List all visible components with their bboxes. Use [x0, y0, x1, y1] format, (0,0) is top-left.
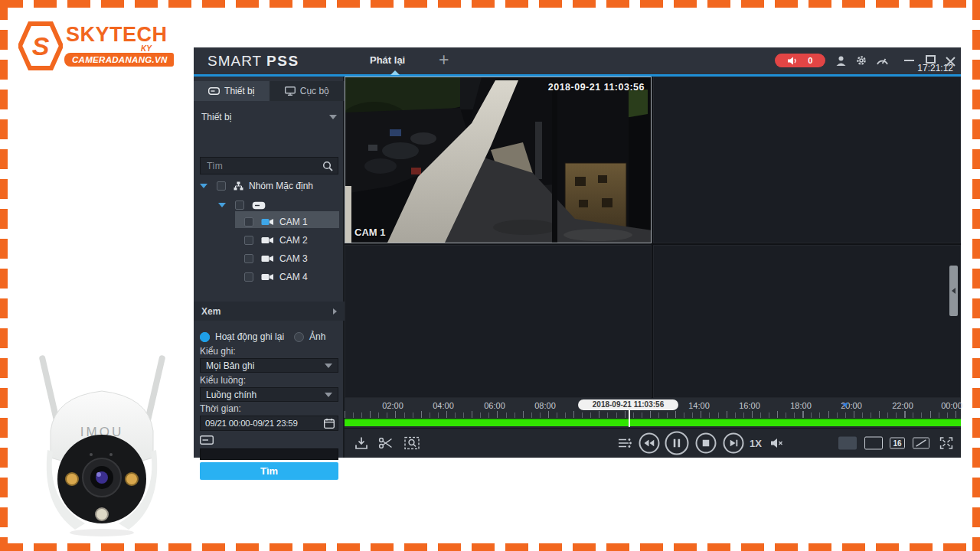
- tree-node-nvr[interactable]: [194, 197, 345, 214]
- video-cell-4[interactable]: [653, 245, 961, 398]
- grid-9-split-button[interactable]: [864, 437, 883, 450]
- logo-site: CAMERADANANG.VN: [64, 53, 174, 67]
- video-cell-cam1[interactable]: 2018-09-21 11:03:56 CAM 1: [345, 77, 652, 243]
- system-clock: 17:21:12: [917, 63, 953, 73]
- next-frame-button[interactable]: [724, 433, 744, 454]
- fullscreen-button[interactable]: [940, 437, 953, 449]
- video-cell-2[interactable]: [653, 77, 961, 243]
- video-grid: 2018-09-21 11:03:56 CAM 1: [345, 77, 961, 398]
- time-range-input[interactable]: [200, 416, 338, 431]
- smartpss-window: SMART PSS Phát lại + 0: [194, 47, 961, 458]
- tree-node-cam2[interactable]: CAM 2: [194, 232, 345, 249]
- skytech-logo: S SKYTECH KY CAMERADANANG.VN: [18, 21, 172, 75]
- record-type-select[interactable]: Mọi Bản ghi: [200, 358, 338, 373]
- settings-gear-icon[interactable]: [854, 53, 869, 68]
- playback-speed[interactable]: 1X: [750, 438, 762, 449]
- tree-node-cam3[interactable]: CAM 3: [194, 250, 345, 267]
- radio-picture[interactable]: [294, 332, 304, 342]
- svg-text:S: S: [32, 31, 50, 60]
- frame-border-right: [972, 0, 980, 551]
- rewind-button[interactable]: [639, 433, 660, 454]
- cam1-label: CAM 1: [279, 217, 308, 227]
- device-select-icon[interactable]: [200, 435, 214, 445]
- view-section-header[interactable]: Xem: [194, 302, 345, 321]
- view-section-label: Xem: [201, 306, 220, 317]
- timeline-position-bubble[interactable]: 2018-09-21 11:03:56: [578, 399, 678, 410]
- grid-16-split-button[interactable]: 16: [890, 438, 905, 449]
- cam3-checkbox[interactable]: [244, 254, 253, 263]
- active-tab-pointer: [390, 70, 400, 75]
- frame-border-bottom: [0, 543, 980, 551]
- tree-group-label: Nhóm Mặc định: [249, 181, 313, 191]
- video-osd-timestamp: 2018-09-21 11:03:56: [548, 82, 645, 93]
- record-list-button[interactable]: [618, 438, 632, 448]
- new-tab-button[interactable]: +: [439, 50, 449, 70]
- tree-node-cam4[interactable]: CAM 4: [194, 269, 345, 285]
- find-button[interactable]: Tìm: [200, 462, 338, 480]
- imou-camera-product-image: IMOU: [28, 343, 177, 538]
- titlebar: SMART PSS Phát lại + 0: [194, 47, 961, 74]
- minimize-button[interactable]: [904, 60, 914, 61]
- cam2-label: CAM 2: [279, 235, 308, 246]
- group-checkbox[interactable]: [217, 181, 226, 191]
- expand-chevron-icon[interactable]: [200, 184, 207, 188]
- digital-zoom-button[interactable]: [404, 437, 420, 450]
- group-tree-icon: [234, 181, 243, 191]
- cam2-checkbox[interactable]: [244, 236, 253, 245]
- grid-4-split-button[interactable]: [838, 437, 857, 450]
- tab-local-label: Cục bộ: [300, 86, 329, 96]
- custom-split-button[interactable]: [913, 438, 929, 449]
- sidebar-tabs: Thiết bị Cục bộ: [194, 81, 345, 101]
- download-button[interactable]: [355, 437, 368, 450]
- pause-button[interactable]: [665, 432, 689, 455]
- cam1-video-scene: [345, 77, 652, 243]
- device-filter-dropdown[interactable]: Thiết bị: [194, 107, 345, 126]
- tree-node-cam1[interactable]: CAM 1: [194, 214, 345, 230]
- tab-local[interactable]: Cục bộ: [270, 81, 345, 101]
- camera-icon: [261, 236, 274, 244]
- timeline-recording-bar[interactable]: [345, 419, 961, 426]
- chevron-down-icon: [329, 115, 337, 119]
- alarm-count: 0: [808, 56, 812, 65]
- stream-type-value: Luồng chính: [206, 390, 256, 400]
- alarm-indicator[interactable]: 0: [775, 54, 825, 67]
- camera-icon: [261, 255, 274, 262]
- clip-scissors-button[interactable]: [379, 438, 394, 449]
- app-title: SMART PSS: [207, 53, 299, 70]
- expand-chevron-icon[interactable]: [218, 203, 226, 207]
- stream-type-label: Kiểu luồng:: [200, 375, 246, 386]
- user-icon[interactable]: [833, 53, 848, 68]
- timeline-playhead[interactable]: [629, 408, 630, 427]
- tab-playback[interactable]: Phát lại: [370, 54, 405, 66]
- search-icon[interactable]: [322, 161, 333, 171]
- cam4-checkbox[interactable]: [244, 272, 253, 282]
- nvr-checkbox[interactable]: [235, 201, 244, 210]
- cam1-checkbox[interactable]: [244, 217, 253, 227]
- tree-node-group[interactable]: Nhóm Mặc định: [194, 178, 345, 194]
- stream-type-select[interactable]: Luồng chính: [200, 387, 338, 402]
- record-result-field[interactable]: [200, 448, 338, 460]
- tab-device-label: Thiết bị: [224, 86, 254, 96]
- tick-label: 04:00: [428, 401, 459, 410]
- calendar-icon[interactable]: [324, 419, 335, 429]
- skytech-hexagon-icon: S: [18, 21, 63, 70]
- collapse-left-icon: [952, 288, 956, 294]
- tick-label: 06:00: [479, 401, 510, 410]
- video-cell-3[interactable]: [345, 245, 652, 398]
- sidebar: Thiết bị Cục bộ Thiết bị Nhóm Mặc định: [194, 77, 345, 458]
- timeline[interactable]: 02:00 04:00 06:00 08:00 14:00 16:00 18:0…: [345, 398, 961, 428]
- search-input[interactable]: [200, 157, 338, 174]
- mute-speaker-icon[interactable]: [771, 439, 783, 448]
- stop-button[interactable]: [696, 433, 717, 454]
- panel-collapse-handle[interactable]: [949, 266, 958, 316]
- tick-label: 08:00: [530, 401, 560, 410]
- time-range-label: Thời gian:: [200, 403, 241, 414]
- monitor-icon: [285, 86, 296, 96]
- tab-device[interactable]: Thiết bị: [194, 81, 270, 101]
- radio-record-selected[interactable]: [200, 332, 210, 342]
- nvr-device-icon: [252, 201, 266, 210]
- logo-name: SKYTECH: [66, 23, 168, 47]
- tick-label: 02:00: [377, 401, 408, 410]
- dashboard-gauge-icon[interactable]: [874, 53, 890, 68]
- tick-label: 18:00: [786, 401, 816, 410]
